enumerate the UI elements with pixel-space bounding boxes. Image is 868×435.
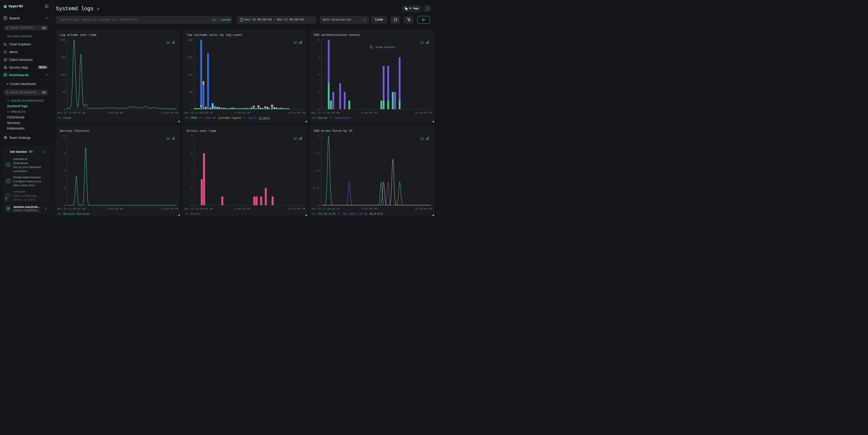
- svg-text:3: 3: [318, 134, 319, 137]
- svg-text:0.75: 0.75: [313, 186, 319, 189]
- svg-text:2: 2: [318, 91, 319, 93]
- svg-text:4: 4: [191, 169, 193, 172]
- svg-text:Log volume over time: Log volume over time: [60, 33, 97, 37]
- svg-text:10.0.0.5: 10.0.0.5: [370, 213, 383, 216]
- svg-text:9:00:00 PM: 9:00:00 PM: [107, 111, 123, 114]
- svg-text:Nov 15 12:00:00 AM: Nov 15 12:00:00 AM: [57, 207, 86, 210]
- svg-text:172.16.0.20: 172.16.0.20: [317, 213, 336, 216]
- svg-text:11:00:00 PM: 11:00:00 PM: [161, 207, 178, 210]
- svg-text:380: 380: [188, 38, 193, 41]
- svg-text:0: 0: [64, 204, 65, 207]
- svg-text:nginx: nginx: [248, 117, 256, 120]
- svg-text:Successful: Successful: [334, 117, 351, 120]
- svg-text:0: 0: [191, 204, 193, 207]
- svg-text:3: 3: [64, 186, 65, 189]
- svg-text:192.168.1.10: 192.168.1.10: [343, 213, 362, 216]
- svg-text:View Events: View Events: [376, 45, 395, 49]
- svg-text:systemd-logind: systemd-logind: [218, 117, 241, 120]
- svg-text:11:00:00 PM: 11:00:00 PM: [415, 207, 432, 210]
- svg-text:0: 0: [318, 204, 319, 207]
- svg-text:2.3: 2.3: [315, 152, 319, 155]
- svg-text:11:00:00 PM: 11:00:00 PM: [161, 111, 178, 114]
- svg-text:95: 95: [62, 91, 65, 93]
- svg-text:0: 0: [191, 108, 193, 111]
- svg-text:sshd: sshd: [204, 117, 211, 120]
- svg-text:SSH brute force by IP: SSH brute force by IP: [314, 129, 352, 133]
- svg-text:285: 285: [188, 56, 193, 59]
- svg-text:Errors over time: Errors over time: [187, 129, 216, 133]
- svg-text:95: 95: [189, 91, 193, 93]
- svg-text:6: 6: [191, 152, 193, 155]
- svg-text:12: 12: [62, 134, 65, 137]
- svg-text:CRON: CRON: [190, 117, 197, 120]
- svg-text:190: 190: [61, 73, 65, 76]
- svg-text:6: 6: [318, 56, 319, 59]
- svg-text:9:00:00 PM: 9:00:00 PM: [234, 207, 250, 210]
- svg-text:285: 285: [61, 56, 65, 59]
- svg-text:Failed: Failed: [317, 117, 327, 120]
- svg-text:Nov 15 12:00:00 AM: Nov 15 12:00:00 AM: [57, 111, 86, 114]
- svg-text:0: 0: [64, 108, 65, 111]
- svg-text:Nov 15 12:00:00 AM: Nov 15 12:00:00 AM: [184, 207, 213, 210]
- svg-text:Service failures: Service failures: [60, 129, 89, 133]
- svg-text:Nov 15 12:00:00 AM: Nov 15 12:00:00 AM: [184, 111, 213, 114]
- svg-text:9:00:00 PM: 9:00:00 PM: [234, 111, 250, 114]
- svg-text:190: 190: [188, 73, 193, 76]
- svg-text:2: 2: [191, 186, 193, 189]
- svg-text:4: 4: [318, 73, 319, 76]
- svg-text:11:00:00 PM: 11:00:00 PM: [288, 111, 305, 114]
- svg-text:8: 8: [318, 38, 319, 41]
- svg-text:Nov 15 12:00:00 AM: Nov 15 12:00:00 AM: [311, 207, 340, 210]
- svg-text:1.5: 1.5: [315, 169, 319, 172]
- svg-text:6: 6: [64, 169, 65, 172]
- svg-text:11:00:00 PM: 11:00:00 PM: [415, 111, 432, 114]
- svg-text:9:00:00 PM: 9:00:00 PM: [361, 111, 377, 114]
- svg-text:9:00:00 PM: 9:00:00 PM: [361, 207, 377, 210]
- svg-text:+3 more: +3 more: [258, 117, 270, 120]
- svg-text:Service failures: Service failures: [63, 213, 90, 216]
- svg-text:count: count: [63, 117, 71, 120]
- svg-text:9: 9: [64, 152, 65, 155]
- svg-text:Top systemd units by log count: Top systemd units by log count: [187, 33, 242, 37]
- svg-text:11:00:00 PM: 11:00:00 PM: [288, 207, 305, 210]
- svg-text:9:00:00 PM: 9:00:00 PM: [107, 207, 123, 210]
- svg-text:8: 8: [191, 134, 193, 137]
- svg-text:0: 0: [318, 108, 319, 111]
- svg-text:380: 380: [61, 38, 65, 41]
- svg-text:Nov 15 12:00:00 AM: Nov 15 12:00:00 AM: [311, 111, 340, 114]
- svg-text:SSH authentication events: SSH authentication events: [314, 33, 360, 37]
- svg-text:Errors: Errors: [190, 213, 200, 216]
